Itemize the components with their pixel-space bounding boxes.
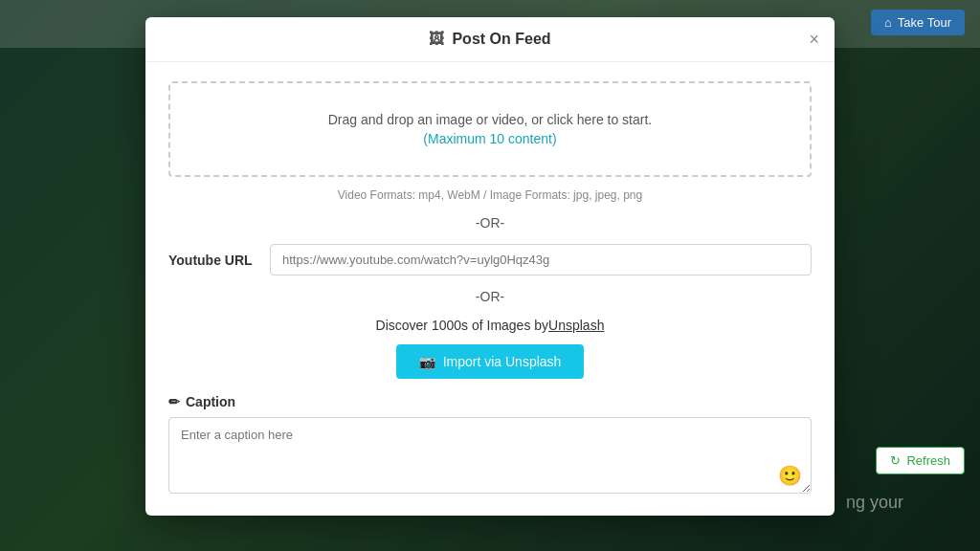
youtube-url-input[interactable] [270,244,812,276]
emoji-button[interactable]: 🙂 [778,464,802,487]
import-unsplash-button[interactable]: 📷 Import via Unsplash [396,344,585,379]
or-divider-2: -OR- [168,289,812,304]
or-divider-1: -OR- [168,215,812,231]
modal-title: 🖼 Post On Feed [429,31,550,48]
modal-header: 🖼 Post On Feed × [145,17,835,62]
caption-wrapper: 🙂 [168,417,812,496]
dropzone-sub-text[interactable]: (Maximum 10 content) [423,131,556,146]
caption-section: ✏ Caption 🙂 [168,394,812,496]
import-unsplash-label: Import via Unsplash [443,354,562,369]
dropzone[interactable]: Drag and drop an image or video, or clic… [168,81,812,177]
close-icon: × [809,30,819,49]
image-icon: 🖼 [429,31,444,48]
camera-icon: 📷 [419,354,435,369]
modal: 🖼 Post On Feed × Drag and drop an image … [145,17,835,516]
modal-body: Drag and drop an image or video, or clic… [145,62,835,516]
modal-title-text: Post On Feed [452,31,550,48]
youtube-label: Youtube URL [168,253,255,268]
format-text: Video Formats: mp4, WebM / Image Formats… [168,188,812,202]
youtube-row: Youtube URL [168,244,812,276]
caption-label-text: Caption [186,394,235,409]
unsplash-discover-text: Discover 1000s of Images byUnsplash [168,318,812,333]
format-text-content: Video Formats: mp4, WebM / Image Formats… [338,188,642,202]
caption-label: ✏ Caption [168,394,812,409]
caption-textarea[interactable] [168,417,812,494]
unsplash-section: Discover 1000s of Images byUnsplash 📷 Im… [168,318,812,379]
modal-backdrop: 🖼 Post On Feed × Drag and drop an image … [0,0,980,551]
modal-close-button[interactable]: × [809,31,819,48]
discover-text: Discover 1000s of Images by [376,318,549,333]
edit-icon: ✏ [168,394,180,409]
emoji-icon: 🙂 [778,465,802,486]
dropzone-main-text: Drag and drop an image or video, or clic… [189,112,791,127]
unsplash-link[interactable]: Unsplash [548,318,604,333]
